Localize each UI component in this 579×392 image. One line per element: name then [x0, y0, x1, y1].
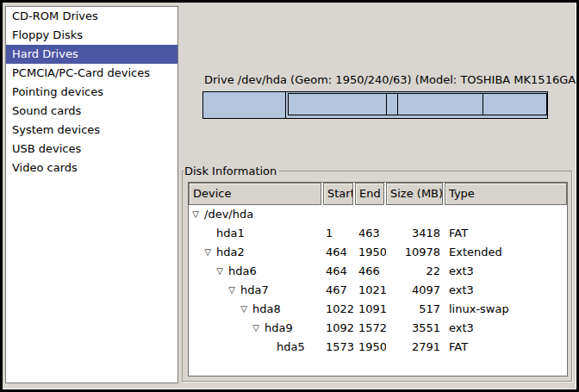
start-cell: 1092 — [323, 319, 355, 338]
disk-information-frame-title: Disk Information — [184, 165, 279, 177]
table-row-hda6[interactable]: ▽ hda6 464 466 22 ext3 — [189, 262, 567, 281]
device-name: hda6 — [228, 262, 257, 281]
table-row-hda9[interactable]: ▽ hda9 1092 1572 3551 ext3 — [189, 319, 567, 338]
column-header-start[interactable]: Start — [323, 183, 353, 205]
type-cell: ext3 — [445, 281, 567, 300]
end-cell — [355, 205, 386, 224]
type-cell: ext3 — [445, 262, 567, 281]
partition-segment-hda9 — [397, 93, 483, 115]
end-cell: 1572 — [355, 319, 386, 338]
partition-segment-hda8 — [386, 93, 398, 115]
column-header-device[interactable]: Device — [189, 183, 321, 205]
start-cell: 464 — [323, 262, 355, 281]
expander-open-icon[interactable]: ▽ — [215, 262, 225, 281]
partition-segment-hda2-extended — [287, 92, 547, 118]
expander-open-icon[interactable]: ▽ — [239, 300, 249, 319]
size-cell: 517 — [386, 300, 445, 319]
sidebar-item-floppy-disks[interactable]: Floppy Disks — [6, 26, 177, 45]
sidebar-item-video-cards[interactable]: Video cards — [6, 159, 177, 177]
start-cell: 1 — [323, 224, 355, 243]
device-cell: ▽ hda9 — [189, 319, 323, 338]
partition-segment-hda1 — [203, 92, 286, 118]
table-row-hda2[interactable]: ▽ hda2 464 1950 10978 Extended — [189, 243, 567, 262]
start-cell: 467 — [323, 281, 355, 300]
expander-open-icon[interactable]: ▽ — [251, 319, 261, 338]
table-row-hda5[interactable]: ▽ hda5 1573 1950 2791 FAT — [189, 338, 567, 357]
device-name: hda8 — [252, 300, 281, 319]
logical-partitions-strip — [288, 93, 547, 115]
end-cell: 463 — [355, 224, 386, 243]
start-cell: 1573 — [323, 338, 355, 357]
table-row-dev-hda[interactable]: ▽ /dev/hda — [189, 205, 567, 224]
drive-partition-bar — [202, 91, 548, 119]
device-name: hda1 — [216, 224, 245, 243]
sidebar-item-system-devices[interactable]: System devices — [6, 121, 177, 140]
sidebar-item-hard-drives[interactable]: Hard Drives — [6, 45, 177, 64]
device-cell: ▽ hda1 — [189, 224, 323, 243]
type-cell: Extended — [445, 243, 567, 262]
disk-information-frame: Disk Information Device Start End Size (… — [182, 171, 572, 382]
table-row-hda1[interactable]: ▽ hda1 1 463 3418 FAT — [189, 224, 567, 243]
size-cell — [386, 205, 445, 224]
expander-open-icon[interactable]: ▽ — [227, 281, 237, 300]
device-name: hda7 — [240, 281, 269, 300]
sidebar-item-cdrom-drives[interactable]: CD-ROM Drives — [6, 7, 177, 26]
size-cell: 22 — [386, 262, 445, 281]
table-header-row: Device Start End Size (MB) Type — [189, 183, 567, 205]
type-cell: FAT — [445, 224, 567, 243]
start-cell — [323, 205, 355, 224]
type-cell: FAT — [445, 338, 567, 357]
type-cell: ext3 — [445, 319, 567, 338]
size-cell: 10978 — [386, 243, 445, 262]
device-name: hda5 — [277, 338, 305, 357]
partition-segment-hda5 — [482, 93, 547, 115]
end-cell: 1091 — [355, 300, 386, 319]
device-cell: ▽ hda8 — [189, 300, 323, 319]
device-cell: ▽ hda6 — [189, 262, 323, 281]
device-cell: ▽ hda7 — [189, 281, 323, 300]
size-cell: 3551 — [386, 319, 445, 338]
sidebar-item-sound-cards[interactable]: Sound cards — [6, 102, 177, 121]
column-header-end[interactable]: End — [355, 183, 384, 205]
sidebar-item-pointing-devices[interactable]: Pointing devices — [6, 83, 177, 102]
expander-open-icon[interactable]: ▽ — [190, 205, 201, 224]
hardware-browser-window: CD-ROM Drives Floppy Disks Hard Drives P… — [0, 0, 579, 392]
device-name: /dev/hda — [204, 205, 253, 224]
expander-open-icon[interactable]: ▽ — [202, 243, 213, 262]
start-cell: 464 — [323, 243, 355, 262]
start-cell: 1022 — [323, 300, 355, 319]
sidebar-item-pcmcia-devices[interactable]: PCMCIA/PC-Card devices — [6, 64, 177, 83]
size-cell: 3418 — [386, 224, 445, 243]
end-cell: 466 — [355, 262, 386, 281]
size-cell: 4097 — [386, 281, 445, 300]
disk-information-table[interactable]: Device Start End Size (MB) Type ▽ /dev/h… — [188, 182, 568, 376]
type-cell: linux-swap — [445, 300, 567, 319]
device-cell: ▽ /dev/hda — [189, 205, 323, 224]
device-cell: ▽ hda5 — [189, 338, 323, 357]
device-category-list[interactable]: CD-ROM Drives Floppy Disks Hard Drives P… — [5, 6, 178, 383]
column-header-type[interactable]: Type — [445, 183, 567, 205]
end-cell: 1021 — [355, 281, 386, 300]
sidebar-item-usb-devices[interactable]: USB devices — [6, 140, 177, 159]
drive-geometry-label: Drive /dev/hda (Geom: 1950/240/63) (Mode… — [204, 73, 579, 86]
column-header-size[interactable]: Size (MB) — [386, 183, 443, 205]
partition-segment-hda7 — [288, 93, 387, 115]
table-row-hda8[interactable]: ▽ hda8 1022 1091 517 linux-swap — [189, 300, 567, 319]
table-body: ▽ /dev/hda ▽ hda1 1 463 3 — [189, 205, 567, 357]
device-name: hda2 — [216, 243, 245, 262]
end-cell: 1950 — [355, 338, 386, 357]
end-cell: 1950 — [355, 243, 386, 262]
device-cell: ▽ hda2 — [189, 243, 323, 262]
type-cell — [445, 205, 567, 224]
size-cell: 2791 — [386, 338, 445, 357]
device-name: hda9 — [265, 319, 293, 338]
table-row-hda7[interactable]: ▽ hda7 467 1021 4097 ext3 — [189, 281, 567, 300]
